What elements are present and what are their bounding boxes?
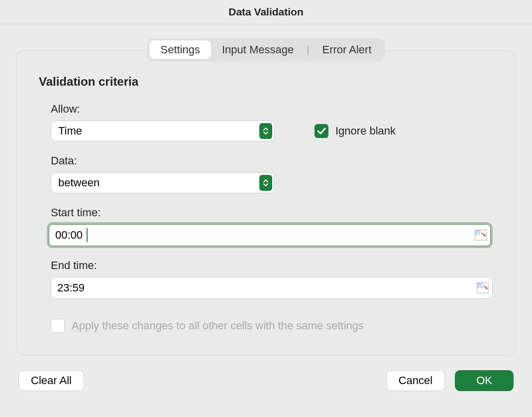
dialog-title: Data Validation: [0, 0, 532, 24]
ok-button[interactable]: OK: [455, 370, 514, 391]
svg-rect-1: [476, 231, 480, 235]
section-title: Validation criteria: [39, 75, 493, 89]
apply-all-checkbox[interactable]: Apply these changes to all other cells w…: [51, 319, 493, 333]
tab-error-alert[interactable]: Error Alert: [311, 40, 382, 59]
chevron-up-down-icon: [259, 123, 272, 139]
text-caret: [87, 228, 88, 242]
tab-background: Settings Input Message | Error Alert: [147, 38, 384, 61]
allow-label: Allow:: [51, 103, 493, 116]
start-time-label: Start time:: [51, 206, 493, 219]
start-time-input[interactable]: 00:00: [49, 224, 491, 246]
end-time-label: End time:: [51, 259, 493, 272]
clear-all-button[interactable]: Clear All: [18, 370, 84, 391]
tab-settings[interactable]: Settings: [149, 40, 211, 59]
tab-separator: |: [305, 44, 311, 56]
apply-all-label: Apply these changes to all other cells w…: [72, 319, 364, 332]
chevron-up-down-icon: [259, 175, 272, 191]
checkbox-icon: [51, 319, 65, 333]
data-select[interactable]: between: [51, 172, 275, 193]
checkbox-icon: [315, 124, 328, 138]
ignore-blank-checkbox[interactable]: Ignore blank: [315, 124, 396, 138]
tab-strip: Settings Input Message | Error Alert: [16, 38, 516, 61]
dialog-footer: Clear All Cancel OK: [16, 370, 516, 391]
data-select-value: between: [58, 173, 100, 193]
svg-rect-5: [478, 283, 482, 287]
ignore-blank-label: Ignore blank: [335, 125, 396, 138]
data-label: Data:: [51, 154, 493, 167]
cell-reference-icon[interactable]: [475, 230, 487, 241]
cancel-button[interactable]: Cancel: [386, 370, 445, 391]
allow-select[interactable]: Time: [51, 121, 275, 141]
cell-reference-icon[interactable]: [477, 282, 489, 293]
end-time-input[interactable]: 23:59: [51, 277, 493, 299]
form-region: Allow: Time Ignore blank Data:: [39, 103, 493, 333]
allow-select-value: Time: [58, 121, 82, 141]
settings-panel: Validation criteria Allow: Time Ignore b…: [16, 50, 516, 355]
tab-input-message[interactable]: Input Message: [211, 40, 305, 59]
